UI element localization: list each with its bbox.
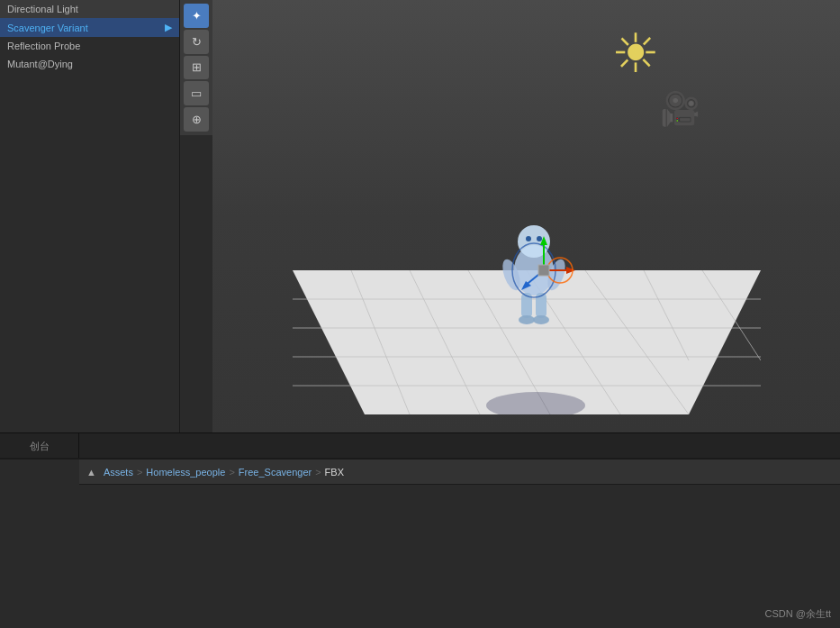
left-sidebar: Directional Light Scavenger Variant ▶ Re… <box>0 0 180 432</box>
toolbar-icon-move[interactable]: ✦ <box>184 4 209 28</box>
asset-browser: ▲ Assets > Homeless_people > Free_Scaven… <box>0 460 840 628</box>
breadcrumb-assets[interactable]: Assets <box>104 467 133 478</box>
sun-icon: ☀ <box>611 27 660 81</box>
breadcrumb-fbx: FBX <box>325 467 344 478</box>
chevron-right-icon: ▶ <box>165 22 172 33</box>
sidebar-item-directional-light[interactable]: Directional Light <box>0 0 179 18</box>
transform-gizmo[interactable] <box>508 234 580 306</box>
status-left-label: 创台 <box>0 432 79 460</box>
sidebar-item-reflection-probe[interactable]: Reflection Probe <box>0 37 179 55</box>
svg-rect-31 <box>538 265 549 276</box>
icon-toolbar: ✦ ↻ ⊞ ▭ ⊕ <box>180 0 212 135</box>
toolbar-icon-rect[interactable]: ▭ <box>184 81 209 105</box>
svg-point-19 <box>519 315 535 324</box>
camera-icon: 🎥 <box>660 90 700 128</box>
sidebar-item-scavenger-variant[interactable]: Scavenger Variant ▶ <box>0 18 179 37</box>
breadcrumb-up-icon[interactable]: ▲ <box>86 467 96 478</box>
toolbar-icon-scale[interactable]: ⊞ <box>184 56 209 80</box>
watermark: CSDN @余生tt <box>764 607 831 621</box>
sidebar-item-mutant-dying[interactable]: Mutant@Dying <box>0 55 179 73</box>
breadcrumb-bar: ▲ Assets > Homeless_people > Free_Scaven… <box>79 460 840 485</box>
toolbar-icon-rotate[interactable]: ↻ <box>184 30 209 54</box>
svg-marker-25 <box>540 236 547 245</box>
breadcrumb-free-scavenger[interactable]: Free_Scavenger <box>239 467 312 478</box>
viewport[interactable]: ☀ 🎥 <box>212 0 840 432</box>
toolbar-icon-world[interactable]: ⊕ <box>184 107 209 132</box>
status-bar <box>79 432 840 460</box>
svg-point-20 <box>533 315 549 324</box>
breadcrumb-homeless-people[interactable]: Homeless_people <box>146 467 225 478</box>
svg-marker-27 <box>566 267 575 274</box>
